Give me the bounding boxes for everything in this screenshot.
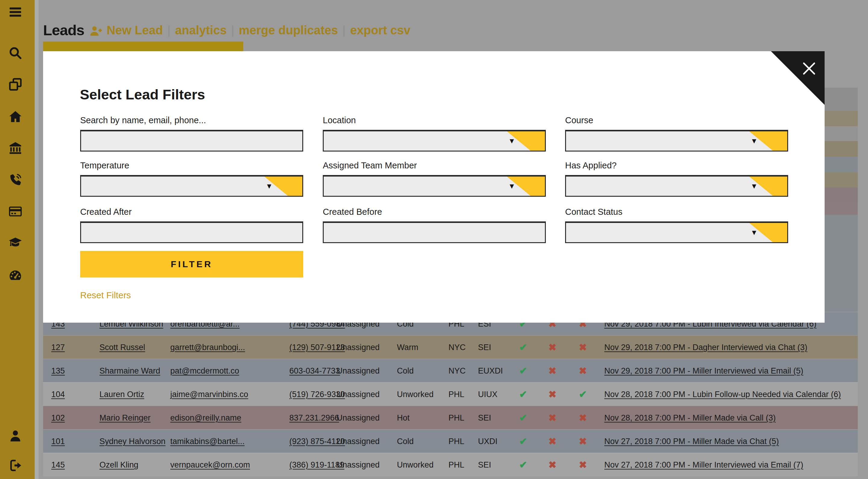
analytics-link[interactable]: analytics bbox=[175, 24, 227, 37]
copy-icon bbox=[8, 77, 22, 91]
sidebar-scrollbar[interactable] bbox=[35, 0, 38, 479]
table-row-stripe bbox=[825, 126, 858, 141]
screen: Leads New Lead | analytics | merge dupli… bbox=[0, 0, 868, 479]
lead-id-link[interactable]: 102 bbox=[51, 413, 65, 422]
sidebar-item-dashboard[interactable] bbox=[8, 268, 22, 282]
status-flag-icon bbox=[549, 436, 557, 447]
last-contact-link[interactable]: Nov 29, 2018 7:00 PM - Dagher Interviewe… bbox=[604, 343, 807, 352]
table-row: 104 Lauren Ortiz jaime@marvinbins.co (51… bbox=[43, 382, 858, 406]
filter-field: Location ▼ bbox=[323, 116, 546, 153]
field-label: Created After bbox=[80, 207, 303, 217]
location-cell: PHL bbox=[448, 413, 464, 422]
last-contact-link[interactable]: Nov 27, 2018 7:00 PM - Miller Made via C… bbox=[604, 437, 779, 446]
lead-name-link[interactable]: Ozell Kling bbox=[99, 460, 138, 469]
leads-table: 143 Lemuel Wilkinson orenbartoletti@ar..… bbox=[43, 312, 858, 476]
lead-phone-link[interactable]: (386) 919-1189 bbox=[289, 460, 344, 469]
field-label: Assigned Team Member bbox=[323, 161, 546, 170]
sidebar-item-profile[interactable] bbox=[8, 429, 22, 443]
status-flag-icon bbox=[579, 412, 587, 423]
lead-email-link[interactable]: edison@reilly.name bbox=[170, 413, 241, 422]
table-row-stripe bbox=[825, 202, 858, 215]
sidebar-item-payments[interactable] bbox=[8, 204, 22, 218]
course-cell: SEI bbox=[478, 413, 491, 422]
lead-email-link[interactable]: pat@mcdermott.co bbox=[170, 366, 239, 375]
graduation-cap-icon bbox=[8, 236, 22, 250]
lead-name-link[interactable]: Lauren Ortiz bbox=[99, 389, 144, 399]
location-cell: PHL bbox=[448, 460, 464, 469]
close-button[interactable] bbox=[771, 51, 825, 105]
filter-field: Assigned Team Member ▼ bbox=[323, 161, 546, 198]
created-before-input[interactable]: ▼ bbox=[323, 221, 546, 243]
temperature-cell: Cold bbox=[397, 366, 414, 375]
temperature-cell: Hot bbox=[397, 413, 410, 422]
export-csv-link[interactable]: export csv bbox=[350, 24, 410, 37]
lead-name-link[interactable]: Sydney Halvorson bbox=[99, 437, 165, 446]
phone-icon bbox=[8, 173, 22, 187]
lead-id-link[interactable]: 127 bbox=[51, 343, 65, 352]
last-contact-link[interactable]: Nov 29, 2018 7:00 PM - Miller Interviewe… bbox=[604, 366, 803, 375]
status-flag-icon bbox=[549, 412, 557, 423]
dashboard-icon bbox=[8, 268, 22, 282]
lead-email-link[interactable]: jaime@marvinbins.co bbox=[170, 389, 248, 399]
sidebar-item-logout[interactable] bbox=[8, 458, 22, 472]
field-label: Temperature bbox=[80, 161, 303, 170]
sidebar-item-courses[interactable] bbox=[8, 236, 22, 250]
new-lead-link[interactable]: New Lead bbox=[107, 24, 163, 37]
lead-id-link[interactable]: 135 bbox=[51, 366, 65, 375]
table-row: 135 Sharmaine Ward pat@mcdermott.co 603-… bbox=[43, 359, 858, 382]
status-flag-icon bbox=[579, 342, 587, 353]
lead-email-link[interactable]: garrett@braunbogi... bbox=[170, 343, 245, 352]
lead-phone-link[interactable]: 837.231.2966 bbox=[289, 413, 339, 422]
sidebar bbox=[0, 0, 35, 479]
location-select[interactable]: ▼ bbox=[323, 130, 546, 152]
credit-card-icon bbox=[8, 204, 22, 218]
page-title: Leads bbox=[43, 22, 84, 38]
filter-button[interactable]: FILTER bbox=[80, 251, 303, 278]
status-flag-icon bbox=[579, 389, 587, 400]
status-flag-icon bbox=[549, 342, 557, 353]
home-icon bbox=[8, 110, 22, 124]
sidebar-item-campus[interactable] bbox=[8, 141, 22, 155]
status-flag-icon bbox=[519, 389, 527, 400]
contact-status-select[interactable]: ▼ bbox=[565, 221, 788, 243]
status-flag-icon bbox=[579, 436, 587, 447]
table-row-stripe bbox=[825, 88, 858, 111]
last-contact-link[interactable]: Nov 28, 2018 7:00 PM - Miller Made via C… bbox=[604, 413, 776, 422]
temperature-cell: Warm bbox=[397, 343, 418, 352]
has-applied-select[interactable]: ▼ bbox=[565, 175, 788, 197]
temperature-cell: Cold bbox=[397, 437, 414, 446]
assigned-team-member-select[interactable]: ▼ bbox=[323, 175, 546, 197]
lead-phone-link[interactable]: 603-034-7733 bbox=[289, 366, 340, 375]
lead-id-link[interactable]: 145 bbox=[51, 460, 65, 469]
reset-filters-link[interactable]: Reset Filters bbox=[80, 290, 131, 300]
lead-email-link[interactable]: vernpaucek@orn.com bbox=[170, 460, 250, 469]
sidebar-item-duplicates[interactable] bbox=[8, 77, 22, 91]
lead-id-link[interactable]: 101 bbox=[51, 437, 65, 446]
assigned-cell: Unassigned bbox=[337, 389, 380, 399]
sidebar-item-contacts[interactable] bbox=[8, 173, 22, 187]
filter-field: Search by name, email, phone... ▼ bbox=[80, 116, 303, 153]
close-icon bbox=[802, 61, 816, 75]
lead-name-link[interactable]: Scott Russel bbox=[99, 343, 145, 352]
lead-name-link[interactable]: Sharmaine Ward bbox=[99, 366, 160, 375]
modal-title: Select Lead Filters bbox=[80, 86, 205, 103]
lead-id-link[interactable]: 104 bbox=[51, 389, 65, 399]
field-label: Location bbox=[323, 116, 546, 125]
chevron-down-icon: ▼ bbox=[508, 182, 516, 190]
lead-name-link[interactable]: Mario Reinger bbox=[99, 413, 151, 422]
temperature-select[interactable]: ▼ bbox=[80, 175, 303, 197]
user-icon bbox=[8, 429, 22, 443]
last-contact-link[interactable]: Nov 27, 2018 7:00 PM - Miller Interviewe… bbox=[604, 460, 803, 469]
sidebar-item-search[interactable] bbox=[8, 46, 22, 60]
lead-email-link[interactable]: tamikabins@bartel... bbox=[170, 437, 245, 446]
last-contact-link[interactable]: Nov 28, 2018 7:00 PM - Lubin Follow-up N… bbox=[604, 389, 841, 399]
created-after-input[interactable]: ▼ bbox=[80, 221, 303, 243]
search-input[interactable]: ▼ bbox=[80, 130, 303, 152]
merge-duplicates-link[interactable]: merge duplicates bbox=[239, 24, 338, 37]
table-row-stripe bbox=[825, 215, 858, 323]
table-row-stripe bbox=[825, 157, 858, 172]
course-select[interactable]: ▼ bbox=[565, 130, 788, 152]
sidebar-item-home[interactable] bbox=[8, 110, 22, 124]
menu-button[interactable] bbox=[8, 5, 22, 19]
table-row: 127 Scott Russel garrett@braunbogi... (1… bbox=[43, 335, 858, 359]
